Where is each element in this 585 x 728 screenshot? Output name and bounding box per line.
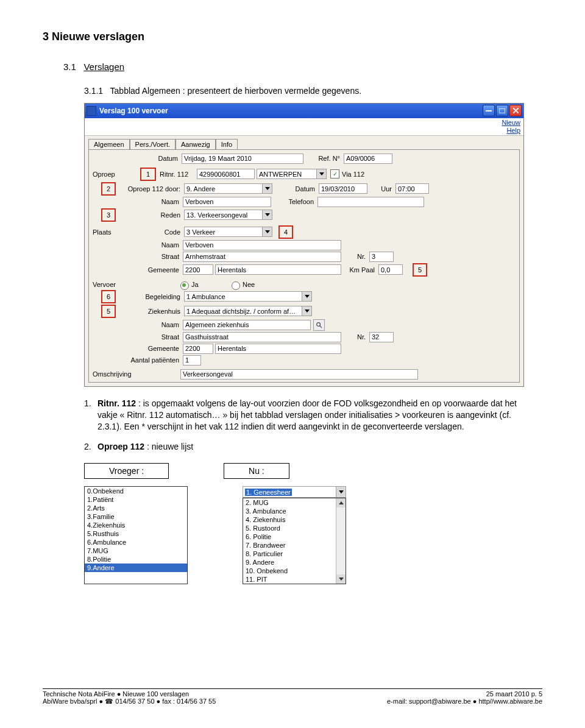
plaats-straat-label: Straat (93, 253, 183, 260)
plaats-straat-field[interactable]: Arnhemstraat (183, 252, 341, 262)
chevron-down-icon (262, 210, 272, 219)
plaats-code-label: Code (140, 228, 184, 236)
list-item[interactable]: 2. MUG (243, 498, 336, 507)
plaats-nr-field[interactable]: 3 (369, 252, 394, 262)
section-oproep-label: Oproep (93, 171, 140, 178)
oproep-uur-field[interactable]: 07:00 (395, 183, 429, 194)
omschrijving-field[interactable]: Verkeersongeval (180, 369, 418, 380)
vervoer-radio-nee[interactable] (232, 281, 240, 290)
search-icon[interactable] (313, 319, 325, 331)
footer-left-1: Technische Nota AbiFire ● Nieuwe 100 ver… (43, 690, 216, 698)
vervoer-nee-label: Nee (243, 281, 271, 288)
menu-help[interactable]: Help (88, 127, 520, 135)
heading-subsection-num: 3.1 (63, 62, 76, 72)
ritnr-gemeente-select[interactable]: ANTWERPEN (257, 169, 327, 179)
scroll-down-icon[interactable] (336, 574, 346, 584)
section-omschrijving-label: Omschrijving (93, 370, 180, 378)
list-item[interactable]: 11. PIT (243, 575, 336, 584)
plaats-gemeente-zip[interactable]: 2200 (183, 264, 213, 275)
oproep-datum-field[interactable]: 19/03/2010 (319, 183, 367, 194)
list-item[interactable]: 1.Patiënt (85, 495, 187, 504)
scroll-up-icon[interactable] (336, 498, 346, 507)
window-minimize-button[interactable] (483, 105, 495, 116)
vervoer-naam-field[interactable]: Algemeen ziekenhuis (183, 320, 311, 330)
list-item[interactable]: 7.MUG (85, 546, 187, 555)
listbox-scrollbar[interactable] (336, 498, 346, 584)
ziekenhuis-select[interactable]: 1 Adequaat dichtsbijz. / conform af… (184, 306, 312, 316)
vervoer-ja-label: Ja (191, 281, 213, 288)
listbox-vroeger[interactable]: 0.Onbekend 1.Patiënt 2.Arts 3.Familie 4.… (84, 486, 188, 584)
vervoer-naam-label: Naam (93, 321, 183, 328)
footer-right-1: 25 maart 2010 p. 5 (387, 690, 542, 698)
chevron-down-icon (302, 292, 311, 301)
list-item[interactable]: 0.Onbekend (85, 487, 187, 495)
vroeger-label-box: Vroeger : (84, 463, 169, 479)
datum-label: Datum (93, 155, 182, 162)
callout-5b: 5 (101, 305, 116, 318)
vervoer-radio-ja[interactable] (180, 281, 189, 290)
list-item[interactable]: 7. Brandweer (243, 541, 336, 550)
num-2: 2. (84, 441, 98, 453)
window-maximize-button[interactable] (496, 105, 508, 116)
datum-field[interactable]: Vrijdag, 19 Maart 2010 (182, 154, 303, 164)
list-item-selected[interactable]: 9.Andere (85, 564, 187, 572)
ziekenhuis-label: Ziekenhuis (119, 308, 184, 315)
nu-selected-value[interactable]: 1. Geneesheer (243, 486, 346, 498)
tab-algemeen[interactable]: Algemeen (88, 139, 130, 149)
scroll-track[interactable] (336, 507, 346, 574)
ritnr-label: Ritnr. 112 (160, 171, 197, 178)
oproep-telefoon-field[interactable] (317, 197, 424, 207)
plaats-code-select[interactable]: 3 Verkeer (184, 227, 272, 237)
menu-nieuw[interactable]: Nieuw (88, 119, 520, 127)
aantal-pat-field[interactable]: 1 (183, 355, 201, 366)
list-item[interactable]: 9. Andere (243, 558, 336, 567)
refn-field[interactable]: A09/0006 (344, 154, 392, 164)
callout-3: 3 (101, 208, 116, 222)
list-item[interactable]: 3.Familie (85, 512, 187, 521)
plaats-naam-field[interactable]: Verboven (183, 240, 341, 250)
refn-label: Ref. N° (303, 155, 344, 162)
plaats-kmpaal-field[interactable]: 0,0 (378, 264, 403, 275)
oproep-telefoon-label: Telefoon (271, 198, 317, 205)
list-item[interactable]: 2.Arts (85, 504, 187, 512)
oproep-naam-field[interactable]: Verboven (183, 197, 271, 207)
list-item[interactable]: 4. Ziekenhuis (243, 515, 336, 524)
svg-rect-1 (499, 108, 505, 113)
plaats-naam-label: Naam (93, 241, 183, 249)
list-item[interactable]: 8. Particulier (243, 550, 336, 558)
chevron-down-icon (262, 227, 272, 236)
tab-pers-voert[interactable]: Pers./Voert. (130, 139, 176, 149)
via112-checkbox[interactable]: ✓ (330, 169, 339, 178)
window-app-icon (87, 106, 96, 116)
heading-section: 3 Nieuwe verslagen (43, 30, 542, 43)
tab-info[interactable]: Info (216, 139, 238, 149)
callout-4: 4 (278, 225, 293, 239)
list-item[interactable]: 5. Rustoord (243, 524, 336, 532)
vervoer-straat-field[interactable]: Gasthuisstraat (183, 332, 341, 342)
footer-left-2b: 014/56 37 50 ● fax : 014/56 37 55 (115, 698, 216, 705)
vervoer-nr-field[interactable]: 32 (369, 332, 394, 342)
reden-select[interactable]: 13. Verkeersongeval (184, 210, 272, 220)
vervoer-gemeente-field[interactable]: Herentals (215, 344, 341, 354)
list-item[interactable]: 4.Ziekenhuis (85, 521, 187, 529)
plaats-gemeente-field[interactable]: Herentals (215, 264, 341, 275)
list-item[interactable]: 3. Ambulance (243, 507, 336, 515)
begeleiding-select[interactable]: 1 Ambulance (184, 291, 312, 302)
num-2-term: Oproep 112 (98, 442, 144, 451)
tab-aanwezig[interactable]: Aanwezig (176, 139, 216, 149)
list-item[interactable]: 6.Ambulance (85, 538, 187, 546)
list-item[interactable]: 10. Onbekend (243, 567, 336, 575)
list-item[interactable]: 8.Politie (85, 555, 187, 564)
listbox-nu[interactable]: 2. MUG 3. Ambulance 4. Ziekenhuis 5. Rus… (243, 498, 346, 584)
ritnr-field[interactable]: 42990060801 (197, 169, 255, 179)
callout-1: 1 (140, 168, 156, 181)
vervoer-gemeente-zip[interactable]: 2200 (183, 344, 213, 354)
phone-icon: ☎ (105, 698, 113, 705)
list-item[interactable]: 6. Politie (243, 532, 336, 541)
intro-num: 3.1.1 (84, 86, 103, 96)
callout-6: 6 (101, 290, 116, 303)
window-close-button[interactable] (509, 105, 522, 116)
vervoer-gemeente-label: Gemeente (93, 345, 183, 352)
oproep112-select[interactable]: 9. Andere (184, 183, 272, 194)
list-item[interactable]: 5.Rusthuis (85, 529, 187, 538)
